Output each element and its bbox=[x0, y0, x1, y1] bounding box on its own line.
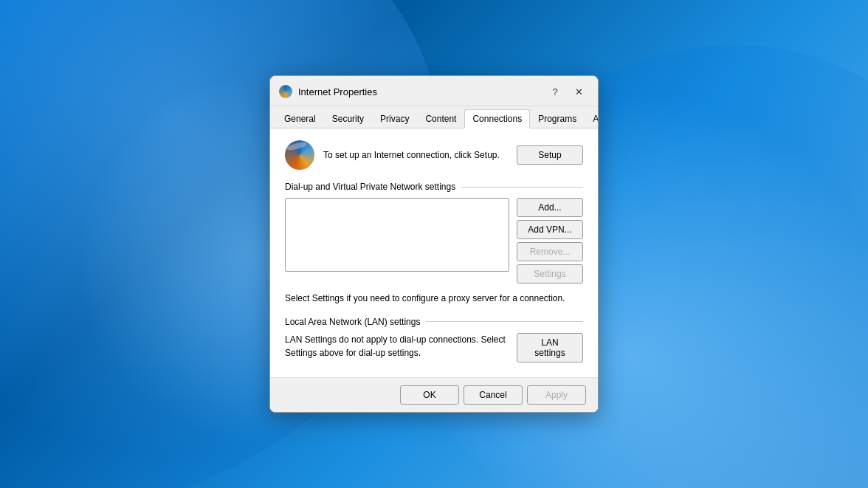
ie-globe-large bbox=[285, 140, 314, 170]
proxy-description: Select Settings if you need to configure… bbox=[285, 292, 583, 305]
title-bar-controls: ? ✕ bbox=[545, 83, 589, 100]
lan-section-line bbox=[426, 321, 583, 322]
ok-button[interactable]: OK bbox=[400, 385, 459, 405]
tab-privacy[interactable]: Privacy bbox=[372, 109, 417, 128]
ie-icon bbox=[285, 140, 314, 170]
ie-globe-icon bbox=[279, 85, 292, 98]
vpn-buttons: Add... Add VPN... Remove... Settings bbox=[517, 198, 583, 283]
setup-row: To set up an Internet connection, click … bbox=[285, 140, 583, 170]
help-button[interactable]: ? bbox=[545, 83, 565, 100]
tabs-bar: General Security Privacy Content Connect… bbox=[270, 106, 598, 128]
lan-settings-button[interactable]: LAN settings bbox=[517, 333, 583, 362]
remove-button[interactable]: Remove... bbox=[517, 242, 583, 261]
lan-description: LAN Settings do not apply to dial-up con… bbox=[285, 333, 509, 360]
tab-programs[interactable]: Programs bbox=[530, 109, 585, 128]
vpn-section-title: Dial-up and Virtual Private Network sett… bbox=[285, 182, 455, 192]
dialog-overlay: Internet Properties ? ✕ General Security… bbox=[0, 0, 868, 488]
dialog-footer: OK Cancel Apply bbox=[270, 377, 598, 412]
tab-advanced[interactable]: Advanced bbox=[585, 109, 599, 128]
vpn-section: Add... Add VPN... Remove... Settings bbox=[285, 198, 583, 283]
tab-content[interactable]: Content bbox=[417, 109, 464, 128]
dialog-content: To set up an Internet connection, click … bbox=[270, 128, 598, 377]
lan-section-title: Local Area Network (LAN) settings bbox=[285, 317, 420, 327]
tab-general[interactable]: General bbox=[276, 109, 324, 128]
settings-button[interactable]: Settings bbox=[517, 264, 583, 283]
setup-button[interactable]: Setup bbox=[517, 145, 583, 165]
internet-properties-dialog: Internet Properties ? ✕ General Security… bbox=[269, 75, 599, 413]
title-bar-left: Internet Properties bbox=[279, 85, 377, 98]
add-vpn-button[interactable]: Add VPN... bbox=[517, 220, 583, 239]
setup-description: To set up an Internet connection, click … bbox=[323, 149, 508, 162]
vpn-list[interactable] bbox=[285, 198, 509, 272]
lan-section-header: Local Area Network (LAN) settings bbox=[285, 317, 583, 327]
dialog-icon bbox=[279, 85, 292, 98]
cancel-button[interactable]: Cancel bbox=[464, 385, 523, 405]
title-bar: Internet Properties ? ✕ bbox=[270, 76, 598, 106]
apply-button[interactable]: Apply bbox=[527, 385, 586, 405]
vpn-section-header: Dial-up and Virtual Private Network sett… bbox=[285, 182, 583, 192]
lan-row: LAN Settings do not apply to dial-up con… bbox=[285, 333, 583, 365]
dialog-title: Internet Properties bbox=[298, 86, 377, 97]
vpn-section-line bbox=[461, 187, 583, 188]
close-button[interactable]: ✕ bbox=[568, 83, 589, 100]
add-button[interactable]: Add... bbox=[517, 198, 583, 217]
tab-connections[interactable]: Connections bbox=[464, 109, 530, 128]
tab-security[interactable]: Security bbox=[324, 109, 372, 128]
